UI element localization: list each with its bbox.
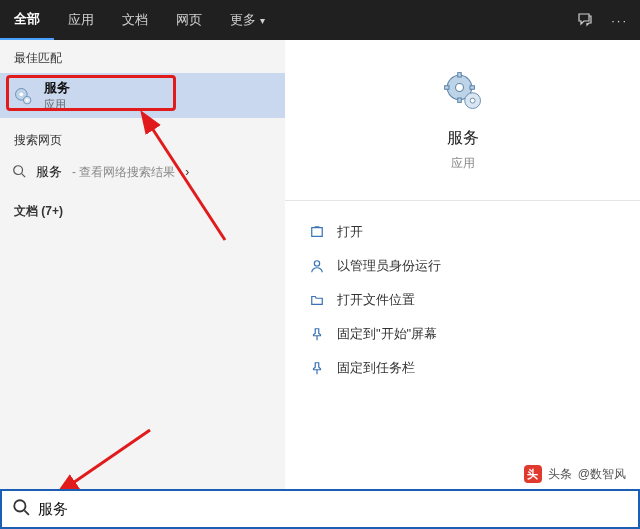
main-area: 最佳匹配 服务 应用 搜索网页 — [0, 40, 640, 489]
svg-rect-10 — [444, 86, 448, 90]
tab-web-label: 网页 — [176, 11, 202, 29]
watermark-handle: @数智风 — [578, 466, 626, 483]
action-open[interactable]: 打开 — [305, 215, 620, 249]
svg-rect-11 — [470, 86, 474, 90]
svg-point-15 — [314, 261, 319, 266]
svg-line-5 — [22, 173, 26, 177]
search-bar — [0, 489, 640, 529]
pin-start-icon — [309, 327, 325, 341]
svg-rect-9 — [457, 98, 461, 102]
detail-subtitle: 应用 — [451, 155, 475, 172]
svg-line-21 — [24, 510, 29, 515]
top-tabbar: 全部 应用 文档 网页 更多 ▾ ··· — [0, 0, 640, 40]
tab-all-label: 全部 — [14, 10, 40, 28]
action-pin-to-start[interactable]: 固定到"开始"屏幕 — [305, 317, 620, 351]
tab-web[interactable]: 网页 — [162, 0, 216, 40]
chevron-right-icon: › — [185, 165, 189, 179]
tab-more-label: 更多 — [230, 11, 256, 29]
chevron-down-icon: ▾ — [260, 15, 265, 26]
web-search-result[interactable]: 服务 - 查看网络搜索结果 › — [0, 155, 285, 189]
detail-pane: 服务 应用 打开 以管理员身份运行 打开文件位置 — [285, 40, 640, 489]
tab-apps[interactable]: 应用 — [54, 0, 108, 40]
best-match-title: 服务 — [44, 79, 70, 97]
svg-point-3 — [26, 99, 28, 101]
search-icon — [12, 164, 26, 181]
web-result-hint: - 查看网络搜索结果 — [72, 164, 175, 181]
tab-documents[interactable]: 文档 — [108, 0, 162, 40]
tab-docs-label: 文档 — [122, 11, 148, 29]
action-pin-to-taskbar-label: 固定到任务栏 — [337, 359, 415, 377]
detail-app-icon — [442, 70, 484, 112]
open-icon — [309, 225, 325, 239]
watermark-source: 头条 — [548, 466, 572, 483]
svg-point-13 — [470, 98, 475, 103]
svg-point-7 — [455, 84, 463, 92]
search-input[interactable] — [38, 501, 628, 518]
web-result-term: 服务 — [36, 163, 62, 181]
action-pin-to-start-label: 固定到"开始"屏幕 — [337, 325, 437, 343]
svg-point-20 — [14, 500, 25, 511]
action-run-as-admin-label: 以管理员身份运行 — [337, 257, 441, 275]
more-options-icon[interactable]: ··· — [611, 13, 628, 28]
svg-rect-8 — [457, 73, 461, 77]
folder-icon — [309, 293, 325, 307]
action-open-file-location-label: 打开文件位置 — [337, 291, 415, 309]
tab-apps-label: 应用 — [68, 11, 94, 29]
svg-point-4 — [14, 165, 23, 174]
action-pin-to-taskbar[interactable]: 固定到任务栏 — [305, 351, 620, 385]
action-open-label: 打开 — [337, 223, 363, 241]
results-pane: 最佳匹配 服务 应用 搜索网页 — [0, 40, 285, 489]
actions-list: 打开 以管理员身份运行 打开文件位置 固定到"开始"屏幕 — [285, 209, 640, 391]
svg-rect-14 — [312, 228, 323, 237]
detail-title: 服务 — [447, 128, 479, 149]
action-open-file-location[interactable]: 打开文件位置 — [305, 283, 620, 317]
search-icon — [12, 498, 30, 520]
search-web-header: 搜索网页 — [0, 118, 285, 155]
best-match-header: 最佳匹配 — [0, 40, 285, 73]
tab-all[interactable]: 全部 — [0, 0, 54, 40]
documents-header: 文档 (7+) — [0, 189, 285, 226]
pin-taskbar-icon — [309, 361, 325, 375]
admin-icon — [309, 259, 325, 273]
feedback-icon[interactable] — [577, 11, 593, 30]
separator — [285, 200, 640, 201]
action-run-as-admin[interactable]: 以管理员身份运行 — [305, 249, 620, 283]
best-match-result[interactable]: 服务 应用 — [0, 73, 285, 118]
tab-more[interactable]: 更多 ▾ — [216, 0, 279, 40]
best-match-subtitle: 应用 — [44, 97, 70, 112]
services-icon — [12, 86, 34, 106]
watermark: 头 头条 @数智风 — [520, 463, 630, 485]
svg-point-1 — [20, 92, 24, 96]
toutiao-logo-icon: 头 — [524, 465, 542, 483]
